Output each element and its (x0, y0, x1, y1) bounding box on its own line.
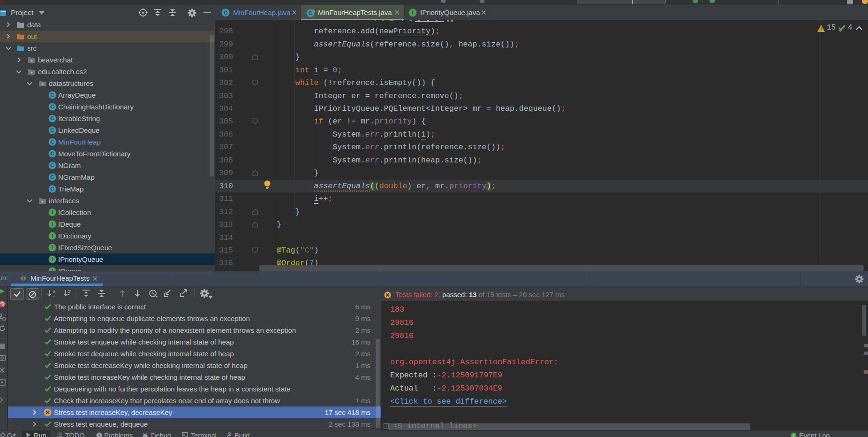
svg-text:I: I (412, 10, 413, 15)
svg-text:C: C (51, 139, 54, 145)
svg-text:1: 1 (793, 433, 795, 437)
svg-text:I: I (52, 233, 53, 238)
svg-text:C: C (51, 92, 54, 98)
svg-text:C: C (51, 186, 54, 192)
svg-text:C: C (51, 174, 54, 180)
svg-text:C: C (51, 104, 54, 109)
svg-text:I: I (52, 245, 53, 250)
svg-text:I: I (52, 256, 53, 262)
svg-text:C: C (224, 10, 227, 15)
svg-text:z: z (53, 293, 55, 298)
svg-text:C: C (51, 151, 54, 156)
svg-text:C: C (51, 162, 54, 168)
svg-text:I: I (52, 209, 53, 215)
svg-text:I: I (52, 221, 53, 227)
svg-text:C: C (309, 10, 312, 16)
svg-text:C: C (51, 127, 54, 133)
svg-text:C: C (51, 115, 54, 121)
